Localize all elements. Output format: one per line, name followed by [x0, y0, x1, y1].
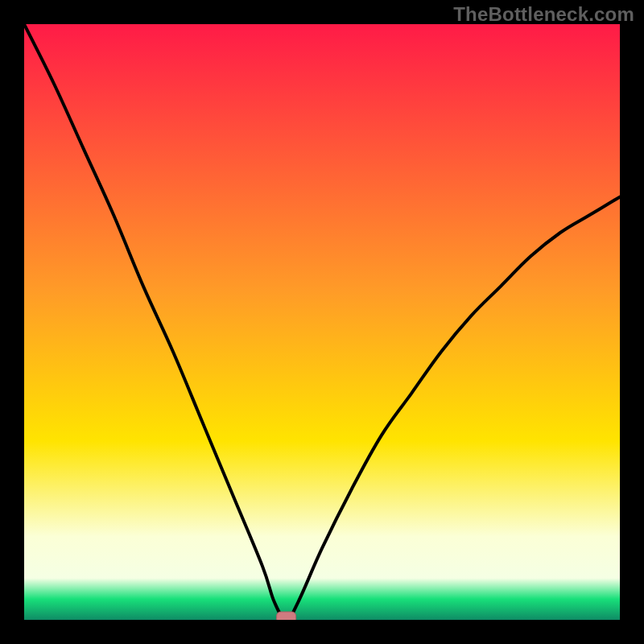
optimal-marker: [277, 612, 296, 620]
watermark-text: TheBottleneck.com: [453, 3, 634, 26]
chart-svg: [24, 24, 620, 620]
gradient-background: [24, 24, 620, 620]
plot-area: [24, 24, 620, 620]
chart-frame: TheBottleneck.com: [0, 0, 644, 644]
